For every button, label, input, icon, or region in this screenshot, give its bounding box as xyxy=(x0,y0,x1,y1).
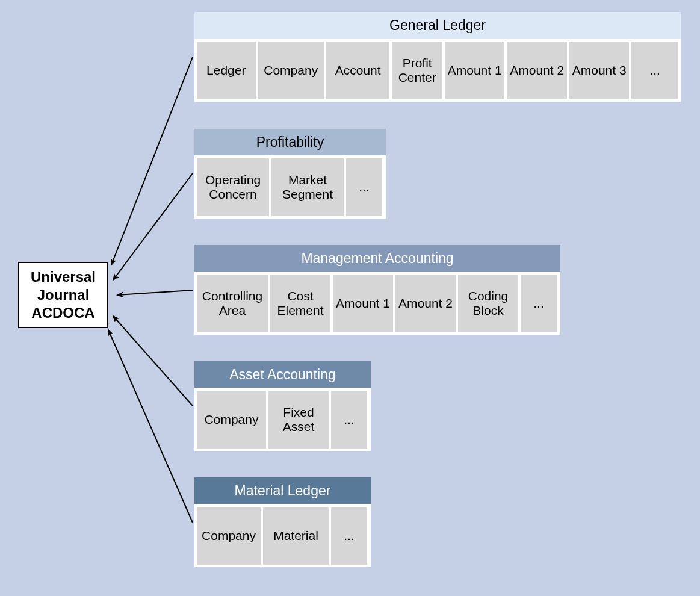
cell: Amount 1 xyxy=(445,42,504,99)
cell: Cost Element xyxy=(270,275,330,332)
cell: ... xyxy=(631,42,678,99)
block-management-accounting: Management AccountingControlling AreaCos… xyxy=(194,245,560,335)
block-header-general-ledger: General Ledger xyxy=(194,12,681,39)
block-header-material-ledger: Material Ledger xyxy=(194,477,371,504)
cell: Operating Concern xyxy=(197,158,269,216)
block-header-asset-accounting: Asset Accounting xyxy=(194,361,371,388)
block-cells-management-accounting: Controlling AreaCost ElementAmount 1Amou… xyxy=(194,272,560,335)
cell: Coding Block xyxy=(458,275,518,332)
block-general-ledger: General LedgerLedgerCompanyAccountProfit… xyxy=(194,12,681,102)
cell: Market Segment xyxy=(271,158,344,216)
cell: Ledger xyxy=(197,42,256,99)
block-cells-profitability: Operating ConcernMarket Segment... xyxy=(194,156,386,219)
cell: Controlling Area xyxy=(197,275,268,332)
universal-journal-label: Universal Journal ACDOCA xyxy=(22,268,105,322)
block-cells-general-ledger: LedgerCompanyAccountProfit CenterAmount … xyxy=(194,39,681,102)
cell: Account xyxy=(326,42,389,99)
cell: Company xyxy=(197,507,261,565)
block-cells-material-ledger: CompanyMaterial... xyxy=(194,504,371,567)
cell: ... xyxy=(346,158,382,216)
arrow-profitability xyxy=(113,173,193,280)
cell: Amount 3 xyxy=(569,42,629,99)
block-material-ledger: Material LedgerCompanyMaterial... xyxy=(194,477,371,567)
block-profitability: ProfitabilityOperating ConcernMarket Seg… xyxy=(194,129,386,219)
cell: Amount 2 xyxy=(395,275,456,332)
cell: Company xyxy=(258,42,324,99)
cell: ... xyxy=(521,275,557,332)
cell: Material xyxy=(263,507,329,565)
cell: Company xyxy=(197,391,266,449)
block-asset-accounting: Asset AccountingCompanyFixed Asset... xyxy=(194,361,371,451)
cell: ... xyxy=(331,507,367,565)
block-cells-asset-accounting: CompanyFixed Asset... xyxy=(194,388,371,451)
universal-journal-box: Universal Journal ACDOCA xyxy=(18,262,108,328)
cell: ... xyxy=(331,391,367,449)
cell: Amount 2 xyxy=(507,42,566,99)
arrow-management-accounting xyxy=(117,290,193,295)
cell: Profit Center xyxy=(392,42,442,99)
arrow-material-ledger xyxy=(108,330,193,523)
arrow-asset-accounting xyxy=(113,316,193,406)
block-header-profitability: Profitability xyxy=(194,129,386,156)
cell: Fixed Asset xyxy=(268,391,329,449)
block-header-management-accounting: Management Accounting xyxy=(194,245,560,272)
arrow-general-ledger xyxy=(111,57,193,265)
cell: Amount 1 xyxy=(333,275,393,332)
